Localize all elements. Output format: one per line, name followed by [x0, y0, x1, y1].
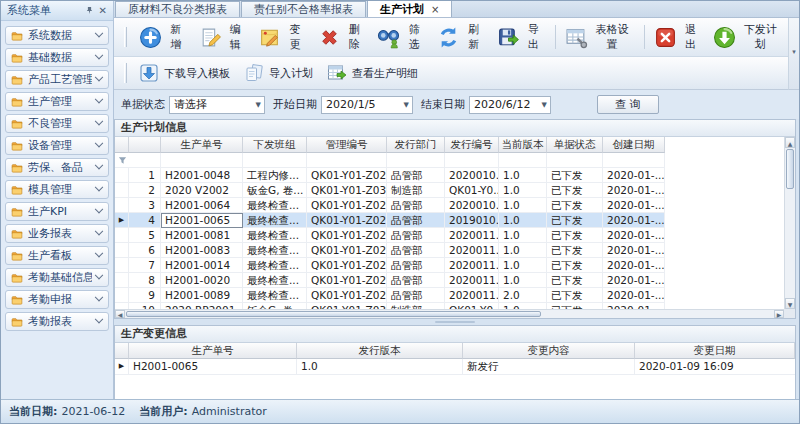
cell-version[interactable]: 1.0 — [499, 198, 547, 213]
cell-team[interactable]: 最终检查... — [243, 228, 307, 243]
cell-version[interactable]: 1.0 — [499, 258, 547, 273]
scroll-up-icon[interactable]: ▲ — [785, 137, 795, 148]
cell-team[interactable]: 钣金G, 卷... — [243, 183, 307, 198]
table-row[interactable]: 1H2001-0048工程内修...QK01-Y01-Z02品管部2020010… — [115, 168, 784, 183]
cell-dept[interactable]: 品管部 — [387, 258, 445, 273]
table-row[interactable]: ▶4H2001-0065最终检查...QK01-Y01-Z02品管部201901… — [115, 213, 784, 228]
table-row[interactable]: 5H2001-0081最终检查...QK01-Y01-Z02品管部2020011… — [115, 228, 784, 243]
filter-button[interactable]: 筛选 — [372, 20, 432, 54]
sidebar-close-icon[interactable]: ✕ — [97, 6, 109, 16]
table-row[interactable]: 8H2001-0020最终检查...QK01-Y01-Z02品管部2020011… — [115, 273, 784, 288]
delete-button[interactable]: 删除 — [313, 20, 373, 54]
refresh-button[interactable]: 刷新 — [432, 20, 492, 54]
download-template-button[interactable]: 下载导入模板 — [134, 61, 239, 85]
sidebar-item-2[interactable]: 产品工艺管理 — [5, 70, 109, 89]
pin-icon[interactable] — [85, 6, 94, 15]
sidebar-item-9[interactable]: 业务报表 — [5, 224, 109, 243]
query-button[interactable]: 查 询 — [597, 95, 659, 114]
cell-team[interactable]: 最终检查... — [243, 273, 307, 288]
cell-mgmt[interactable]: QK01-Y01-Z02 — [307, 258, 387, 273]
cell-mgmt[interactable]: QK01-Y01-Z03 — [307, 183, 387, 198]
cell-version[interactable]: 1.0 — [297, 359, 463, 375]
vscroll-thumb[interactable] — [786, 149, 794, 189]
cell-date[interactable]: 2020-01-09 16:09 — [635, 359, 795, 375]
auto-filter-row[interactable] — [115, 153, 784, 168]
cell-created[interactable]: 2020-01-... — [603, 243, 665, 258]
cell-version[interactable]: 2.0 — [499, 288, 547, 303]
change-button[interactable]: 变更 — [253, 20, 313, 54]
cell-dept[interactable]: 品管部 — [387, 198, 445, 213]
table-row[interactable]: 7H2001-0014最终检查...QK01-Y01-Z02品管部2020011… — [115, 258, 784, 273]
hscroll-thumb[interactable] — [126, 311, 541, 317]
cell-team[interactable]: 最终检查... — [243, 198, 307, 213]
cell-order[interactable]: H2001-0048 — [161, 168, 243, 183]
cell-version[interactable]: 1.0 — [499, 228, 547, 243]
view-production-detail-button[interactable]: 查看生产明细 — [322, 61, 427, 85]
cell-mgmt[interactable]: QK01-Y01-Z02 — [307, 213, 387, 228]
column-header-status[interactable]: 单据状态 — [547, 137, 603, 153]
cell-mgmt[interactable]: QK01-Y01-Z02 — [307, 288, 387, 303]
cell-issue[interactable]: 2020011... — [445, 243, 499, 258]
sidebar-item-5[interactable]: 设备管理 — [5, 136, 109, 155]
plan-grid-vscrollbar[interactable]: ▲ ▼ — [784, 137, 795, 309]
cell-mgmt[interactable]: QK01-Y01-Z02 — [307, 198, 387, 213]
add-button[interactable]: 新增 — [134, 20, 194, 54]
sidebar-item-6[interactable]: 劳保、备品 — [5, 158, 109, 177]
cell-issue[interactable]: 2020011... — [445, 258, 499, 273]
cell-dept[interactable]: 制造部 — [387, 183, 445, 198]
scroll-left-icon[interactable]: ◀ — [115, 310, 125, 318]
column-header-version[interactable]: 发行版本 — [297, 343, 463, 359]
table-settings-button[interactable]: 表格设置 — [560, 20, 640, 54]
column-header-dept[interactable]: 发行部门 — [387, 137, 445, 153]
sidebar-item-8[interactable]: 生产KPI — [5, 202, 109, 221]
filter-cell-version[interactable] — [499, 153, 547, 168]
import-plan-button[interactable]: 导入计划 — [239, 61, 322, 85]
cell-status[interactable]: 已下发 — [547, 258, 603, 273]
tab-close-icon[interactable]: × — [431, 4, 439, 15]
table-row[interactable]: 22020 V2002钣金G, 卷...QK01-Y01-Z03制造部QK01-… — [115, 183, 784, 198]
table-row[interactable]: 9H2001-0089最终检查...QK01-Y01-Z02品管部2020011… — [115, 288, 784, 303]
cell-created[interactable]: 2020-01-... — [603, 258, 665, 273]
cell-status[interactable]: 已下发 — [547, 228, 603, 243]
cell-dept[interactable]: 品管部 — [387, 243, 445, 258]
cell-issue[interactable]: 2020011... — [445, 228, 499, 243]
cell-order[interactable]: H2001-0020 — [161, 273, 243, 288]
column-header-team[interactable]: 下发班组 — [243, 137, 307, 153]
cell-order[interactable]: 2020 V2002 — [161, 183, 243, 198]
filter-cell-issue[interactable] — [445, 153, 499, 168]
cell-version[interactable]: 1.0 — [499, 213, 547, 228]
tab-0[interactable]: 原材料不良分类报表 — [115, 1, 240, 17]
cell-team[interactable]: 最终检查... — [243, 243, 307, 258]
cell-mgmt[interactable]: QK01-Y01-Z02 — [307, 228, 387, 243]
table-row[interactable]: ▶H2001-00651.0新发行2020-01-09 16:09 — [115, 359, 795, 375]
filter-cell-status[interactable] — [547, 153, 603, 168]
cell-dept[interactable]: 品管部 — [387, 288, 445, 303]
sidebar-item-7[interactable]: 模具管理 — [5, 180, 109, 199]
cell-mgmt[interactable]: QK01-Y01-Z02 — [307, 168, 387, 183]
cell-version[interactable]: 1.0 — [499, 273, 547, 288]
column-header-order[interactable]: 生产单号 — [129, 343, 297, 359]
cell-issue[interactable]: QK01-Y0... — [445, 183, 499, 198]
cell-order[interactable]: H2001-0065 — [161, 213, 243, 228]
sidebar-item-10[interactable]: 生产看板 — [5, 246, 109, 265]
cell-order[interactable]: H2001-0064 — [161, 198, 243, 213]
cell-order[interactable]: H2001-0081 — [161, 228, 243, 243]
cell-team[interactable]: 最终检查... — [243, 288, 307, 303]
cell-team[interactable]: 最终检查... — [243, 258, 307, 273]
start-date-picker[interactable]: 2020/1/5 ▼ — [321, 96, 413, 114]
cell-issue[interactable]: 2020011... — [445, 288, 499, 303]
cell-order[interactable]: H2001-0065 — [129, 359, 297, 375]
exit-button[interactable]: 退出 — [649, 20, 709, 54]
column-header-order[interactable]: 生产单号 — [161, 137, 243, 153]
cell-issue[interactable]: 2020010... — [445, 198, 499, 213]
cell-created[interactable]: 2020-01-... — [603, 198, 665, 213]
cell-created[interactable]: 2020-01-... — [603, 288, 665, 303]
sidebar-item-3[interactable]: 生产管理 — [5, 92, 109, 111]
cell-issue[interactable]: 2020010... — [445, 168, 499, 183]
cell-status[interactable]: 已下发 — [547, 288, 603, 303]
cell-issue[interactable]: 2019010... — [445, 213, 499, 228]
cell-version[interactable]: 1.0 — [499, 183, 547, 198]
cell-created[interactable]: 2020-01-... — [603, 228, 665, 243]
cell-order[interactable]: H2001-0089 — [161, 288, 243, 303]
cell-status[interactable]: 已下发 — [547, 273, 603, 288]
